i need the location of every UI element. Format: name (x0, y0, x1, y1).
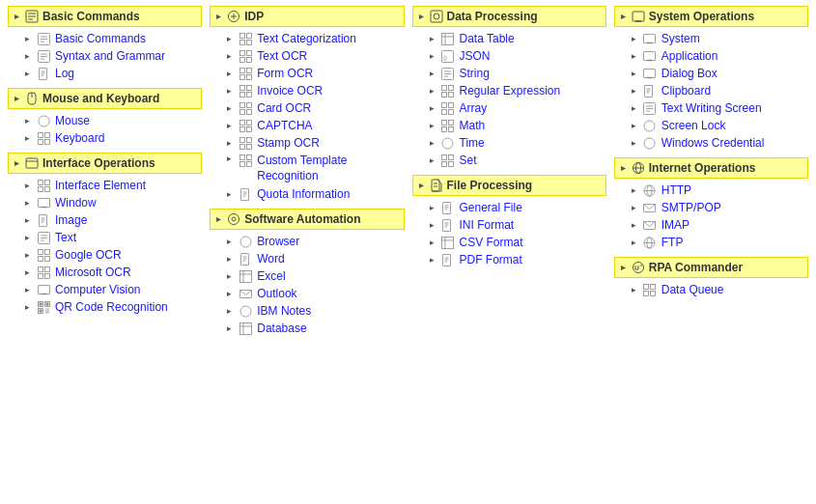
item-label-ibm-notes: IBM Notes (257, 304, 311, 318)
item-custom-template[interactable]: ▸Custom Template Recognition (210, 152, 404, 185)
clipboard-icon (643, 84, 657, 98)
item-regular-expression[interactable]: ▸Regular Expression (412, 82, 606, 99)
column-col2: ▸IDP▸Text Categorization▸Text OCR▸Form O… (206, 6, 408, 343)
item-basic-commands-item[interactable]: ▸Basic Commands (8, 30, 202, 47)
basic-commands-item-icon (37, 32, 50, 45)
item-math[interactable]: ▸Math (412, 117, 606, 134)
svg-rect-81 (239, 120, 244, 125)
item-text[interactable]: ▸Text (8, 229, 202, 246)
item-label-outlook: Outlook (257, 287, 296, 300)
item-json[interactable]: ▸{}JSON (412, 47, 606, 65)
item-label-quota-info: Quota Information (257, 187, 350, 201)
item-text-writing-screen[interactable]: ▸Text Writing Screen (614, 99, 808, 117)
section-header-mouse-keyboard[interactable]: ▸Mouse and Keyboard (8, 88, 202, 109)
item-mouse[interactable]: ▸Mouse (8, 112, 202, 129)
section-header-idp[interactable]: ▸IDP (210, 6, 404, 27)
item-card-ocr[interactable]: ▸Card OCR (210, 99, 404, 117)
item-stamp-ocr[interactable]: ▸Stamp OCR (210, 134, 404, 152)
section-header-software-automation[interactable]: ▸Software Automation (210, 209, 404, 230)
item-arrow-icon: ▸ (227, 69, 232, 78)
item-interface-element[interactable]: ▸Interface Element (8, 177, 202, 194)
item-arrow-icon: ▸ (25, 34, 30, 43)
item-label-ini-format: INI Format (460, 218, 515, 232)
item-browser[interactable]: ▸Browser (210, 233, 404, 250)
item-time[interactable]: ▸Time (412, 134, 606, 152)
invoice-ocr-icon (239, 84, 252, 98)
item-word[interactable]: ▸Word (210, 250, 404, 267)
item-excel[interactable]: ▸Excel (210, 267, 404, 285)
item-keyboard[interactable]: ▸Keyboard (8, 129, 202, 147)
item-string[interactable]: ▸String (412, 65, 606, 82)
item-label-general-file: General File (460, 201, 522, 214)
item-label-basic-commands-item: Basic Commands (55, 32, 146, 45)
svg-rect-78 (246, 102, 251, 107)
section-header-system-operations[interactable]: ▸System Operations (614, 6, 808, 27)
section-idp: ▸IDP▸Text Categorization▸Text OCR▸Form O… (210, 6, 404, 203)
item-label-ftp: FTP (661, 236, 684, 249)
windows-credential-icon (643, 136, 657, 150)
item-pdf-format[interactable]: ▸PDF Format (412, 251, 606, 268)
svg-rect-160 (644, 34, 656, 42)
item-image[interactable]: ▸Image (8, 211, 202, 229)
item-text-ocr[interactable]: ▸Text OCR (210, 47, 404, 65)
item-computer-vision[interactable]: ▸Computer Vision (8, 281, 202, 298)
item-form-ocr[interactable]: ▸Form OCR (210, 65, 404, 82)
item-label-text-ocr: Text OCR (257, 49, 307, 63)
section-header-rpa-commander[interactable]: ▸RPA Commander (614, 257, 808, 278)
item-invoice-ocr[interactable]: ▸Invoice OCR (210, 82, 404, 99)
svg-rect-77 (239, 102, 244, 107)
item-data-queue[interactable]: ▸Data Queue (614, 281, 808, 298)
svg-rect-82 (246, 120, 251, 125)
set-icon (441, 154, 455, 167)
item-arrow-icon: ▸ (25, 181, 30, 190)
item-windows-credential[interactable]: ▸Windows Credential (614, 134, 808, 152)
item-csv-format[interactable]: ▸CSV Format (412, 234, 606, 251)
item-ftp[interactable]: ▸FTP (614, 234, 808, 251)
item-clipboard[interactable]: ▸Clipboard (614, 82, 808, 99)
item-general-file[interactable]: ▸General File (412, 199, 606, 216)
item-log[interactable]: ▸Log (8, 65, 202, 82)
svg-rect-23 (26, 158, 38, 168)
item-label-string: String (460, 67, 490, 80)
item-qr-code[interactable]: ▸QR Code Recognition (8, 298, 202, 316)
item-ibm-notes[interactable]: ▸IBM Notes (210, 302, 404, 320)
item-ini-format[interactable]: ▸INI Format (412, 216, 606, 234)
item-outlook[interactable]: ▸Outlook (210, 285, 404, 302)
item-syntax-grammar[interactable]: ▸Syntax and Grammar (8, 47, 202, 65)
toggle-arrow-icon: ▸ (14, 12, 19, 21)
svg-rect-45 (38, 273, 42, 278)
item-dialog-box[interactable]: ▸Dialog Box (614, 65, 808, 82)
item-label-data-table: Data Table (460, 32, 515, 45)
item-screen-lock[interactable]: ▸Screen Lock (614, 117, 808, 134)
section-system-operations: ▸System Operations▸System▸Application▸Di… (614, 6, 808, 152)
section-header-internet-operations[interactable]: ▸Internet Operations (614, 157, 808, 179)
item-database[interactable]: ▸Database (210, 320, 404, 337)
item-http[interactable]: ▸HTTP (614, 182, 808, 199)
section-header-data-processing[interactable]: ▸Data Processing (412, 6, 606, 27)
item-application[interactable]: ▸Application (614, 47, 808, 65)
item-text-categorization[interactable]: ▸Text Categorization (210, 30, 404, 47)
item-arrow-icon: ▸ (25, 51, 30, 61)
item-system[interactable]: ▸System (614, 30, 808, 47)
item-google-ocr[interactable]: ▸Google OCR (8, 246, 202, 264)
svg-rect-88 (246, 144, 251, 149)
section-header-file-processing[interactable]: ▸File Processing (412, 175, 606, 196)
regular-expression-icon (441, 84, 455, 98)
item-imap[interactable]: ▸IMAP (614, 216, 808, 234)
software-automation-header-icon (227, 212, 240, 226)
item-window[interactable]: ▸Window (8, 194, 202, 211)
svg-rect-80 (246, 109, 251, 114)
item-arrow-icon: ▸ (430, 121, 435, 130)
item-data-table[interactable]: ▸Data Table (412, 30, 606, 47)
svg-rect-87 (239, 144, 244, 149)
item-label-keyboard: Keyboard (55, 131, 104, 145)
section-header-basic-commands[interactable]: ▸Basic Commands (8, 6, 202, 27)
item-captcha[interactable]: ▸CAPTCHA (210, 117, 404, 134)
item-set[interactable]: ▸Set (412, 152, 606, 169)
item-microsoft-ocr[interactable]: ▸Microsoft OCR (8, 264, 202, 281)
item-smtp-pop[interactable]: ▸SMTP/POP (614, 199, 808, 216)
section-header-interface-operations[interactable]: ▸Interface Operations (8, 153, 202, 174)
item-array[interactable]: ▸Array (412, 99, 606, 117)
section-mouse-keyboard: ▸Mouse and Keyboard▸Mouse▸Keyboard (8, 88, 202, 147)
item-quota-info[interactable]: ▸Quota Information (210, 185, 404, 203)
